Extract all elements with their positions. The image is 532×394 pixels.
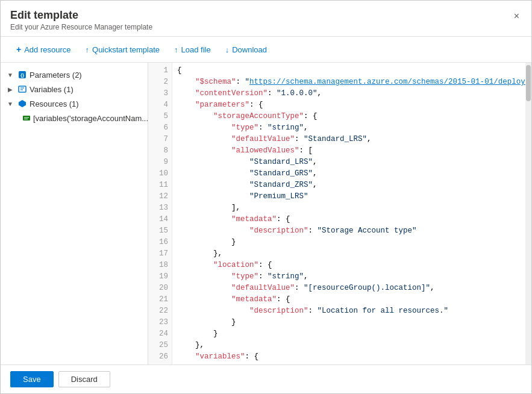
vars-icon xyxy=(17,84,27,94)
scrollbar-track[interactable] xyxy=(525,63,531,364)
discard-button[interactable]: Discard xyxy=(58,371,110,387)
edit-template-dialog: Edit template Edit your Azure Resource M… xyxy=(0,0,532,394)
chevron-icon: ▼ xyxy=(5,101,15,107)
scrollbar-thumb[interactable] xyxy=(526,65,531,101)
dialog-subtitle: Edit your Azure Resource Manager templat… xyxy=(10,23,152,31)
tree-item-resources[interactable]: ▼ Resources (1) xyxy=(1,96,148,111)
code-editor[interactable]: 1234567891011121314151617181920212223242… xyxy=(148,63,531,364)
parameters-label: Parameters (2) xyxy=(30,70,82,80)
resources-label: Resources (1) xyxy=(30,99,79,108)
chevron-icon: ▶ xyxy=(5,86,15,93)
load-file-icon xyxy=(174,45,178,54)
toolbar: + Add resource Quickstart template Load … xyxy=(1,37,531,63)
resources-icon xyxy=(17,99,27,108)
svg-marker-5 xyxy=(19,100,26,107)
tree-item-storage[interactable]: [variables('storageAccountNam... xyxy=(1,111,148,125)
quickstart-icon xyxy=(86,45,90,54)
chevron-icon: ▼ xyxy=(5,72,15,78)
footer: Save Discard xyxy=(1,364,531,393)
svg-rect-2 xyxy=(19,86,26,92)
svg-rect-6 xyxy=(23,116,30,120)
close-button[interactable]: × xyxy=(512,9,522,23)
load-file-label: Load file xyxy=(181,45,211,54)
main-content: ▼ {} Parameters (2) ▶ Variables (1) ▼ xyxy=(1,63,531,364)
quickstart-label: Quickstart template xyxy=(92,45,160,54)
code-content[interactable]: { "$schema": "https://schema.management.… xyxy=(172,63,525,364)
download-icon xyxy=(225,45,230,54)
line-numbers: 1234567891011121314151617181920212223242… xyxy=(148,63,172,364)
params-icon: {} xyxy=(17,70,27,80)
dialog-title: Edit template xyxy=(10,9,152,22)
storage-resource-label: [variables('storageAccountNam... xyxy=(33,114,148,123)
right-panel: 1234567891011121314151617181920212223242… xyxy=(148,63,531,364)
plus-icon: + xyxy=(16,45,21,54)
add-resource-button[interactable]: + Add resource xyxy=(10,42,77,57)
download-label: Download xyxy=(232,45,267,54)
tree-item-parameters[interactable]: ▼ {} Parameters (2) xyxy=(1,67,148,82)
variables-label: Variables (1) xyxy=(30,85,74,94)
dialog-header: Edit template Edit your Azure Resource M… xyxy=(1,1,531,37)
svg-text:{}: {} xyxy=(20,72,24,78)
save-button[interactable]: Save xyxy=(10,371,54,387)
download-button[interactable]: Download xyxy=(219,42,273,57)
quickstart-template-button[interactable]: Quickstart template xyxy=(80,42,166,57)
load-file-button[interactable]: Load file xyxy=(168,42,217,57)
tree-item-variables[interactable]: ▶ Variables (1) xyxy=(1,82,148,96)
storage-resource-icon xyxy=(22,113,31,123)
add-resource-label: Add resource xyxy=(24,45,70,54)
left-panel: ▼ {} Parameters (2) ▶ Variables (1) ▼ xyxy=(1,63,148,364)
